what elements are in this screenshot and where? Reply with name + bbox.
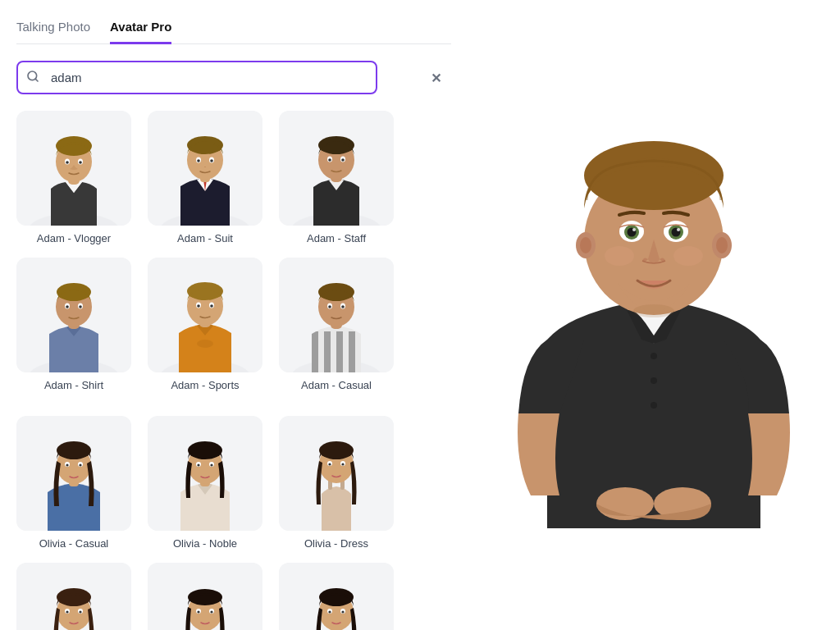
avatar-label-adam-vlogger: Adam - Vlogger — [37, 232, 111, 244]
avatar-label-olivia-dress: Olivia - Dress — [304, 537, 368, 550]
avatar-card-adam-casual[interactable]: Adam - Casual — [279, 258, 394, 391]
svg-point-123 — [716, 237, 728, 253]
right-panel — [468, 0, 840, 630]
svg-point-19 — [210, 159, 213, 162]
avatar-card-adam-sports[interactable]: Adam - Sports — [148, 258, 262, 391]
svg-point-76 — [210, 463, 212, 466]
avatar-label-adam-suit: Adam - Suit — [177, 232, 233, 244]
svg-point-85 — [328, 463, 331, 465]
svg-rect-50 — [312, 331, 318, 372]
svg-point-56 — [318, 283, 354, 301]
svg-point-36 — [66, 305, 69, 308]
search-container: ✕ — [16, 61, 451, 94]
svg-point-133 — [673, 246, 703, 266]
tabs-container: Talking Photo Avatar Pro — [16, 20, 451, 44]
svg-point-110 — [341, 610, 344, 613]
avatar-label-olivia-casual: Olivia - Casual — [39, 537, 109, 550]
avatar-card-olivia-teacher[interactable]: Olivia - Teacher — [148, 563, 262, 630]
svg-point-59 — [328, 305, 331, 308]
svg-point-27 — [328, 158, 331, 162]
svg-point-109 — [328, 610, 331, 613]
svg-point-114 — [651, 353, 657, 359]
svg-point-46 — [197, 304, 200, 308]
svg-point-37 — [79, 305, 82, 308]
svg-point-122 — [580, 237, 591, 253]
tab-talking-photo[interactable]: Talking Photo — [16, 20, 90, 44]
svg-point-131 — [677, 228, 680, 231]
svg-rect-53 — [349, 331, 355, 372]
svg-point-93 — [66, 610, 68, 613]
search-clear-button[interactable]: ✕ — [431, 70, 441, 85]
preview-avatar — [498, 110, 810, 520]
search-input[interactable] — [16, 61, 377, 94]
svg-point-6 — [56, 136, 92, 156]
svg-point-60 — [341, 305, 345, 308]
svg-point-101 — [197, 610, 199, 613]
svg-point-132 — [605, 246, 634, 266]
avatar-card-adam-vlogger[interactable]: Adam - Vlogger — [16, 111, 131, 244]
svg-point-9 — [66, 161, 69, 164]
avatar-card-olivia-casual[interactable]: Olivia - Casual — [16, 416, 131, 550]
svg-point-33 — [57, 283, 91, 301]
svg-point-67 — [66, 463, 68, 466]
svg-point-115 — [651, 377, 657, 384]
svg-point-116 — [651, 402, 657, 409]
main-container: Talking Photo Avatar Pro ✕ — [0, 0, 840, 630]
grid-spacer — [16, 408, 451, 416]
search-icon — [26, 70, 39, 86]
tab-avatar-pro[interactable]: Avatar Pro — [110, 20, 171, 44]
svg-point-43 — [187, 282, 223, 300]
svg-point-40 — [197, 340, 213, 348]
left-panel: Talking Photo Avatar Pro ✕ — [0, 0, 468, 630]
svg-point-28 — [341, 158, 345, 162]
svg-point-18 — [197, 159, 200, 162]
svg-point-94 — [79, 610, 81, 613]
avatar-label-adam-casual: Adam - Casual — [301, 379, 372, 391]
avatar-label-adam-staff: Adam - Staff — [307, 232, 366, 244]
avatar-card-adam-staff[interactable]: Adam - Staff — [279, 111, 394, 244]
avatar-label-adam-sports: Adam - Sports — [171, 379, 239, 391]
avatar-card-adam-suit[interactable]: Adam - Suit — [148, 111, 262, 244]
svg-point-134 — [633, 304, 674, 317]
avatar-card-olivia-business[interactable]: Olivia - Business — [279, 563, 394, 630]
avatar-label-olivia-noble: Olivia - Noble — [173, 537, 237, 550]
svg-point-130 — [632, 228, 636, 231]
svg-rect-52 — [336, 331, 343, 372]
avatar-card-olivia-shirt[interactable]: Olivia - Shirt — [16, 563, 131, 630]
svg-line-1 — [35, 79, 38, 81]
avatar-card-olivia-dress[interactable]: Olivia - Dress — [279, 416, 394, 550]
avatar-card-adam-shirt[interactable]: Adam - Shirt — [16, 258, 131, 391]
avatar-label-adam-shirt: Adam - Shirt — [44, 379, 103, 391]
svg-point-86 — [341, 463, 344, 465]
svg-point-10 — [79, 161, 82, 164]
svg-point-102 — [210, 610, 212, 613]
svg-point-68 — [79, 463, 81, 466]
svg-point-47 — [210, 304, 213, 308]
svg-point-75 — [197, 463, 199, 466]
olivia-avatar-grid: Olivia - Casual — [16, 416, 451, 630]
adam-avatar-grid: Adam - Vlogger — [16, 111, 451, 391]
svg-rect-51 — [324, 331, 331, 372]
avatar-card-olivia-noble[interactable]: Olivia - Noble — [148, 416, 262, 550]
